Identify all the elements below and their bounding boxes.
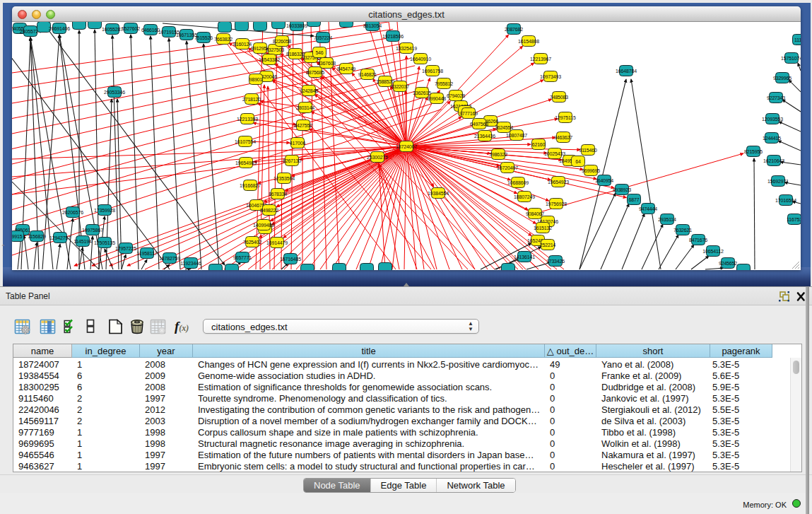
svg-text:8427552: 8427552 bbox=[294, 123, 312, 128]
svg-text:6466160: 6466160 bbox=[141, 28, 160, 33]
svg-text:8678334: 8678334 bbox=[269, 192, 287, 197]
svg-text:25300275: 25300275 bbox=[367, 155, 388, 160]
svg-text:16154808: 16154808 bbox=[518, 39, 539, 44]
svg-text:8454749: 8454749 bbox=[337, 66, 355, 71]
svg-text:10688609: 10688609 bbox=[507, 180, 529, 185]
svg-text:1156829: 1156829 bbox=[28, 234, 46, 239]
svg-text:1527602: 1527602 bbox=[122, 26, 140, 31]
svg-text:16107554: 16107554 bbox=[235, 139, 256, 144]
svg-text:7515526: 7515526 bbox=[194, 35, 213, 40]
svg-text:14136141: 14136141 bbox=[514, 255, 535, 259]
svg-text:16782759: 16782759 bbox=[159, 256, 180, 261]
svg-text:9227343: 9227343 bbox=[767, 95, 785, 100]
svg-text:16961758: 16961758 bbox=[422, 69, 443, 74]
svg-text:15692971: 15692971 bbox=[767, 179, 789, 184]
svg-text:9115460: 9115460 bbox=[579, 148, 597, 153]
svg-text:18724007: 18724007 bbox=[396, 144, 417, 149]
svg-text:9245652: 9245652 bbox=[719, 261, 737, 266]
svg-text:10025433: 10025433 bbox=[544, 151, 565, 156]
svg-text:8938923: 8938923 bbox=[613, 187, 631, 192]
svg-text:19756928: 19756928 bbox=[546, 201, 567, 206]
svg-text:7632621: 7632621 bbox=[673, 228, 692, 233]
svg-text:2803144: 2803144 bbox=[296, 105, 314, 110]
svg-text:9657771: 9657771 bbox=[233, 255, 252, 260]
svg-text:6877: 6877 bbox=[629, 197, 640, 202]
svg-text:7625402: 7625402 bbox=[243, 240, 261, 245]
svg-text:9699695: 9699695 bbox=[582, 168, 600, 173]
svg-text:546: 546 bbox=[315, 50, 323, 55]
svg-text:9084067: 9084067 bbox=[526, 211, 544, 216]
svg-text:1640954: 1640954 bbox=[595, 178, 613, 183]
svg-text:15720407: 15720407 bbox=[497, 165, 518, 170]
svg-text:7485083: 7485083 bbox=[550, 95, 568, 100]
svg-text:8875685: 8875685 bbox=[306, 70, 324, 75]
svg-text:10973493: 10973493 bbox=[540, 74, 561, 79]
svg-text:2367608: 2367608 bbox=[317, 61, 336, 66]
svg-text:8813054: 8813054 bbox=[363, 23, 382, 28]
svg-text:20691406: 20691406 bbox=[49, 26, 70, 31]
svg-text:12093553: 12093553 bbox=[762, 117, 783, 122]
svg-text:19654923: 19654923 bbox=[548, 180, 569, 185]
svg-text:13325419: 13325419 bbox=[396, 46, 417, 51]
svg-text:2935114: 2935114 bbox=[658, 217, 676, 222]
svg-text:64: 64 bbox=[575, 159, 581, 164]
svg-text:19654983: 19654983 bbox=[235, 160, 257, 165]
svg-text:116753: 116753 bbox=[787, 217, 801, 222]
svg-text:15751074: 15751074 bbox=[781, 56, 801, 61]
svg-text:8267130: 8267130 bbox=[283, 158, 301, 163]
svg-text:1733426: 1733426 bbox=[546, 259, 565, 264]
svg-text:18807249: 18807249 bbox=[514, 194, 535, 199]
svg-text:12353594: 12353594 bbox=[273, 176, 295, 181]
svg-text:6497568: 6497568 bbox=[470, 122, 488, 127]
svg-text:7955812: 7955812 bbox=[435, 81, 453, 86]
svg-text:16648784: 16648784 bbox=[616, 69, 637, 74]
svg-text:19384554: 19384554 bbox=[428, 191, 449, 196]
svg-text:2718120: 2718120 bbox=[242, 97, 261, 102]
svg-text:12942757: 12942757 bbox=[49, 235, 71, 240]
svg-text:1615132: 1615132 bbox=[534, 226, 552, 230]
svg-text:9146821: 9146821 bbox=[358, 72, 377, 77]
svg-text:14099489: 14099489 bbox=[253, 223, 274, 228]
svg-text:1112: 1112 bbox=[794, 37, 801, 42]
svg-text:12505135: 12505135 bbox=[94, 240, 115, 245]
svg-text:12213967: 12213967 bbox=[530, 57, 551, 62]
svg-text:98901: 98901 bbox=[249, 77, 263, 82]
svg-text:1362615: 1362615 bbox=[413, 90, 431, 95]
svg-text:9463627: 9463627 bbox=[554, 135, 572, 140]
svg-text:19218506: 19218506 bbox=[382, 34, 404, 39]
svg-text:9242848: 9242848 bbox=[300, 88, 318, 93]
svg-text:7357224: 7357224 bbox=[314, 35, 332, 40]
svg-text:15716485: 15716485 bbox=[280, 257, 301, 262]
svg-text:17957225: 17957225 bbox=[115, 246, 136, 251]
svg-text:9327503: 9327503 bbox=[266, 47, 284, 52]
svg-text:1588520: 1588520 bbox=[376, 79, 394, 84]
svg-text:7663822: 7663822 bbox=[214, 37, 233, 42]
svg-text:7986322: 7986322 bbox=[489, 152, 507, 157]
svg-text:11958117: 11958117 bbox=[137, 251, 158, 256]
svg-text:10807487: 10807487 bbox=[506, 133, 527, 138]
svg-text:19166827: 19166827 bbox=[240, 183, 261, 188]
svg-text:29053346: 29053346 bbox=[104, 90, 125, 95]
svg-text:20206576: 20206576 bbox=[62, 210, 83, 215]
svg-text:9777169: 9777169 bbox=[459, 111, 478, 116]
svg-text:2087682: 2087682 bbox=[505, 27, 523, 32]
svg-text:9329965: 9329965 bbox=[773, 76, 792, 81]
svg-text:62160: 62160 bbox=[532, 142, 546, 147]
svg-text:16055287: 16055287 bbox=[102, 27, 123, 32]
svg-text:417006: 417006 bbox=[290, 141, 306, 146]
svg-text:16210643: 16210643 bbox=[763, 158, 784, 163]
svg-text:17359928: 17359928 bbox=[94, 208, 115, 213]
svg-text:1244415: 1244415 bbox=[763, 136, 781, 141]
svg-text:9915: 9915 bbox=[12, 234, 23, 239]
svg-text:8226058: 8226058 bbox=[273, 39, 291, 44]
svg-text:16543382: 16543382 bbox=[259, 57, 280, 62]
svg-text:8160124: 8160124 bbox=[233, 42, 252, 47]
svg-text:12213383: 12213383 bbox=[237, 117, 258, 122]
svg-text:16033809: 16033809 bbox=[286, 23, 307, 28]
svg-text:11923446: 11923446 bbox=[180, 261, 201, 266]
svg-text:9474444: 9474444 bbox=[639, 206, 657, 211]
svg-text:16914479: 16914479 bbox=[266, 240, 288, 245]
svg-text:8990448: 8990448 bbox=[428, 96, 446, 101]
svg-text:8215955: 8215955 bbox=[744, 149, 763, 154]
svg-text:17016504: 17016504 bbox=[775, 198, 796, 203]
